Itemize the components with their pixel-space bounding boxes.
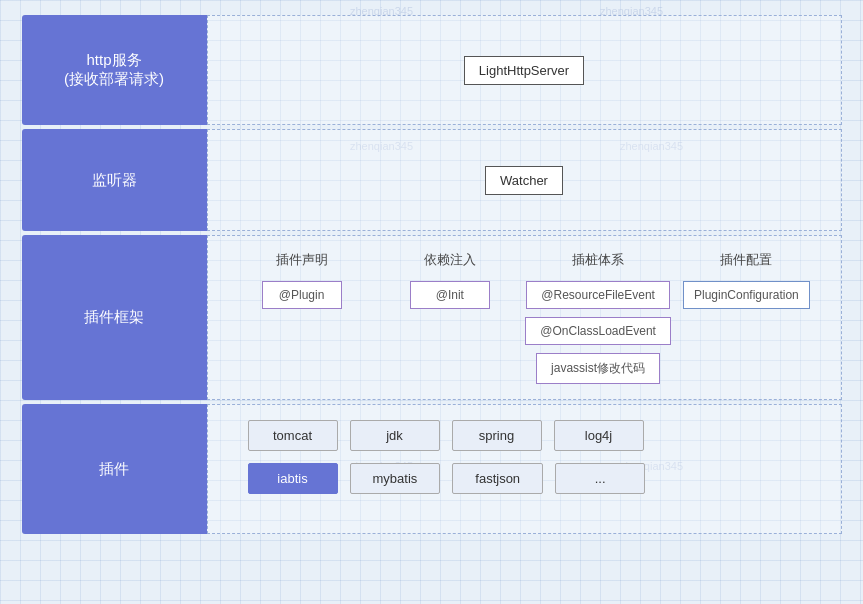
plugin-spring[interactable]: spring	[452, 420, 542, 451]
init-annotation-box: @Init	[410, 281, 490, 309]
plugin-framework-content: 插件声明 依赖注入 插桩体系 插件配置	[207, 235, 842, 400]
http-center: LightHttpServer	[228, 31, 821, 109]
monitor-content: Watcher	[207, 129, 842, 231]
header-plugin-declaration: 插件声明	[228, 251, 376, 269]
plugin-framework-section: 插件框架 插件声明 依赖注入 插桩体系 插件配置	[22, 235, 842, 400]
pf-col-instrumentation: @ResourceFileEvent @OnClassLoadEvent jav…	[524, 281, 672, 384]
plugins-label: 插件	[22, 404, 207, 534]
plugins-row2: iabtis mybatis fastjson ...	[228, 463, 821, 494]
plugin-more[interactable]: ...	[555, 463, 645, 494]
header-dependency-injection: 依赖注入	[376, 251, 524, 269]
monitor-label: 监听器	[22, 129, 207, 231]
plugins-section: 插件 tomcat jdk spring log4j iabtis	[22, 404, 842, 534]
http-section: http服务(接收部署请求) LightHttpServer	[22, 15, 842, 125]
monitor-center: Watcher	[228, 145, 821, 215]
plugin-tomcat[interactable]: tomcat	[248, 420, 338, 451]
plugin-fastjson[interactable]: fastjson	[452, 463, 543, 494]
lighthttpserver-box: LightHttpServer	[464, 56, 584, 85]
pf-col-config: PluginConfiguration	[672, 281, 820, 309]
plugin-log4j[interactable]: log4j	[554, 420, 644, 451]
javassist-box: javassist修改代码	[536, 353, 660, 384]
plugin-framework-grid: 插件声明 依赖注入 插桩体系 插件配置	[228, 251, 821, 384]
watcher-box: Watcher	[485, 166, 563, 195]
plugin-configuration-box: PluginConfiguration	[683, 281, 810, 309]
header-instrumentation: 插桩体系	[524, 251, 672, 269]
pf-col-injection: @Init	[376, 281, 524, 309]
plugins-row1: tomcat jdk spring log4j	[228, 420, 821, 451]
header-plugin-config: 插件配置	[672, 251, 820, 269]
http-label: http服务(接收部署请求)	[22, 15, 207, 125]
pf-col-declaration: @Plugin	[228, 281, 376, 309]
plugins-content: tomcat jdk spring log4j iabtis mybatis	[207, 404, 842, 534]
main-container: http服务(接收部署请求) LightHttpServer 监听器 Watch…	[22, 15, 842, 534]
plugin-jdk[interactable]: jdk	[350, 420, 440, 451]
monitor-section: 监听器 Watcher	[22, 129, 842, 231]
plugin-mybatis[interactable]: mybatis	[350, 463, 441, 494]
resource-file-event-box: @ResourceFileEvent	[526, 281, 670, 309]
plugin-framework-headers: 插件声明 依赖注入 插桩体系 插件配置	[228, 251, 821, 269]
plugin-framework-label: 插件框架	[22, 235, 207, 400]
plugin-framework-body: @Plugin @Init @ResourceFileEvent	[228, 281, 821, 384]
plugin-annotation-box: @Plugin	[262, 281, 342, 309]
http-content: LightHttpServer	[207, 15, 842, 125]
on-class-load-event-box: @OnClassLoadEvent	[525, 317, 671, 345]
plugin-iabtis[interactable]: iabtis	[248, 463, 338, 494]
